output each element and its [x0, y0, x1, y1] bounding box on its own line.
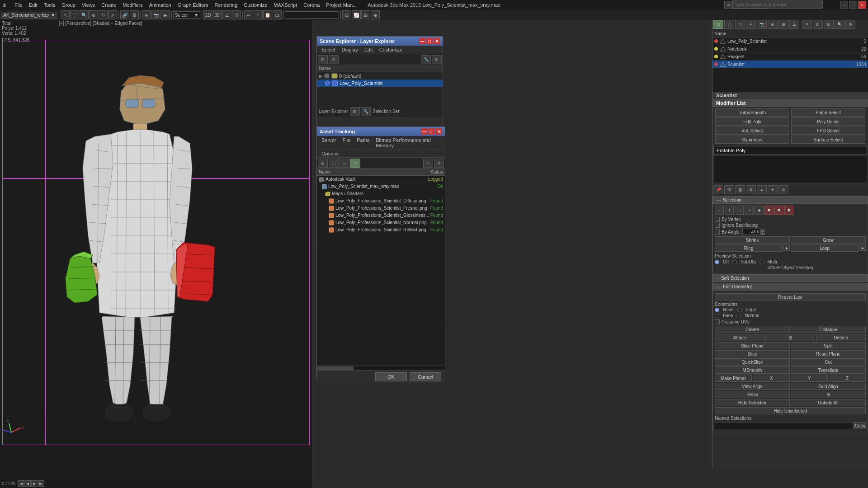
sp-filter-btn[interactable]: ⊟ [824, 20, 834, 29]
at-menu-paths[interactable]: Paths [354, 137, 372, 149]
patch-select-btn[interactable]: Patch Select [791, 108, 865, 117]
scene-explorer-btn[interactable]: 🗂 [273, 10, 282, 19]
se-menu-customize[interactable]: Customize [377, 47, 406, 53]
repeat-last-btn[interactable]: Repeat Last [715, 293, 866, 300]
min-button[interactable]: — [840, 1, 848, 9]
menu-customize[interactable]: Customize [241, 1, 270, 9]
layer-scientist[interactable]: Low_Poly_Scientist [317, 80, 443, 87]
at-row-reflect[interactable]: Low_Poly_Professions_Scientist_Reflect.p… [317, 226, 445, 234]
turbosm-btn[interactable]: TurboSmooth [715, 108, 789, 117]
reset-plane-btn[interactable]: Reset Plane [791, 350, 866, 357]
menu-modifiers[interactable]: Modifiers [120, 1, 146, 9]
at-menu-options[interactable]: Options [319, 150, 341, 157]
toolbar-icon[interactable]: ⊞ [724, 1, 732, 9]
mod-delete-btn[interactable]: 🗑 [735, 185, 745, 194]
max-button[interactable]: □ [849, 1, 857, 9]
by-vertex-cb[interactable] [715, 217, 720, 222]
viewport-label[interactable]: [+] [Perspective] [Shaded + Edged Faces] [59, 21, 142, 26]
scene-explorer-restore[interactable]: □ [426, 38, 433, 44]
prev-frame-btn[interactable]: ◀ [24, 480, 31, 487]
at-row-maps-folder[interactable]: Maps / Shaders [317, 190, 445, 197]
fpd-select-btn[interactable]: FPD Select [791, 127, 865, 135]
search-input[interactable] [732, 0, 823, 9]
at-menu-file[interactable]: File [340, 137, 353, 149]
se-footer-btn1[interactable]: ⊞ [350, 107, 360, 116]
shrink-btn[interactable]: Shrink [715, 236, 790, 244]
menu-rendering[interactable]: Rendering [212, 1, 241, 9]
snap-2d-btn[interactable]: 2D [203, 10, 212, 19]
sp-obj-lowpoly[interactable]: Low_Poly_Scientist 0 [712, 38, 868, 45]
angle-up[interactable]: ▲ [760, 229, 765, 232]
named-selection-input[interactable] [285, 11, 339, 19]
sp-btn-bones[interactable]: ☰ [789, 20, 799, 29]
at-btn4[interactable]: ≡ [350, 159, 360, 168]
soft-sel-header[interactable]: + Soft Selection [712, 274, 868, 282]
se-options-btn[interactable]: 🔧 [421, 55, 431, 64]
menu-corona[interactable]: Corona [301, 1, 322, 9]
at-btn3[interactable]: □ [340, 159, 349, 168]
sel-element-icon[interactable]: ◈ [755, 206, 764, 215]
constraint-face-radio[interactable] [715, 314, 719, 318]
ring-spin-up[interactable]: ▲ [783, 244, 790, 251]
se-footer-btn2[interactable]: 🔧 [361, 107, 371, 116]
sp-close-btn[interactable]: ✕ [802, 20, 812, 29]
constraint-normal-radio[interactable] [736, 314, 741, 318]
app-logo[interactable]: 3 [2, 1, 11, 9]
at-close[interactable]: ✕ [436, 128, 442, 135]
selection-filter-dropdown[interactable]: Select▼ [173, 11, 200, 19]
at-row-maxfile[interactable]: Low_Poly_Scientist_max_vray.max Ok [317, 183, 445, 190]
hide-unselected-btn[interactable]: Hide Unselected [715, 407, 866, 414]
at-row-vault[interactable]: Autodesk Vault Logged [317, 176, 445, 183]
preserve-uvs-cb[interactable] [715, 319, 720, 324]
select-object-btn[interactable]: ↖ [61, 10, 70, 19]
at-ok-btn[interactable]: OK [375, 372, 407, 381]
next-frame-btn[interactable]: ▶| [38, 480, 44, 487]
view-align-btn[interactable]: View Align [715, 383, 790, 390]
slice-btn[interactable]: Slice [715, 350, 790, 357]
sp-btn-geo[interactable]: △ [724, 20, 734, 29]
link-btn[interactable]: 🔗 [120, 10, 129, 19]
angle-down[interactable]: ▼ [760, 232, 765, 235]
layer-default[interactable]: ▶ 0 (default) [317, 72, 443, 80]
select-filter-btn[interactable]: 🔍 [80, 10, 89, 19]
modifier-stack[interactable] [713, 156, 867, 183]
at-row-diffuse[interactable]: Low_Poly_Professions_Scientist_Diffuse.p… [317, 197, 445, 205]
angle-snap-btn[interactable]: ∠ [222, 10, 231, 19]
angle-spinner[interactable]: ▲ ▼ [742, 229, 765, 235]
sel-poly-icon[interactable]: ▪ [745, 206, 754, 215]
constraint-none-radio[interactable] [715, 308, 719, 312]
at-row-normal[interactable]: Low_Poly_Professions_Scientist_Normal.pn… [317, 219, 445, 226]
named-sel-copy-input[interactable] [715, 422, 854, 429]
mod-config-btn[interactable]: ⚙ [746, 185, 756, 194]
menu-group[interactable]: Group [59, 1, 78, 9]
scene-explorer-minimize[interactable]: — [419, 38, 425, 44]
sp-btn-spaces[interactable]: ⊞ [778, 20, 788, 29]
create-btn[interactable]: Create [715, 326, 790, 333]
se-filter-btn[interactable]: ⊟ [318, 55, 328, 64]
sel-edge-icon[interactable]: ⌇ [725, 206, 734, 215]
menu-tools[interactable]: Tools [41, 1, 58, 9]
y-btn[interactable]: Y [791, 375, 828, 382]
ring-btn[interactable]: Ring [715, 244, 783, 252]
msmooth-btn[interactable]: MSmooth [715, 366, 790, 374]
sp-btn-cameras[interactable]: 📷 [757, 20, 767, 29]
by-angle-cb[interactable] [715, 230, 720, 235]
detach-btn[interactable]: Detach [816, 334, 866, 341]
at-scrollbar-h[interactable] [317, 366, 445, 370]
track-btn[interactable]: ⊡ [342, 10, 351, 19]
sel-icon-r1[interactable]: ■ [764, 206, 774, 215]
scale-btn[interactable]: ⤢ [108, 10, 117, 19]
poly-select-btn[interactable]: Poly Select [791, 117, 865, 126]
at-menu-bitmap-perf[interactable]: Bitmap Performance and Memory [373, 137, 443, 149]
menu-project-man[interactable]: Project Man... [323, 1, 359, 9]
sel-icon-r2[interactable]: ■ [774, 206, 783, 215]
mirror-btn[interactable]: ⇔ [244, 10, 253, 19]
sp-btn-shapes[interactable]: ◻ [735, 20, 745, 29]
collapse-btn[interactable]: Collapse [791, 326, 866, 333]
bind-btn[interactable]: ⚙ [130, 10, 139, 19]
menu-maxscript[interactable]: MAXScript [271, 1, 300, 9]
cut-btn[interactable]: Cut [791, 358, 866, 366]
at-btn1[interactable]: ⊞ [318, 159, 328, 168]
ignore-backfacing-cb[interactable] [715, 223, 720, 228]
se-menu-display[interactable]: Display [339, 47, 361, 53]
